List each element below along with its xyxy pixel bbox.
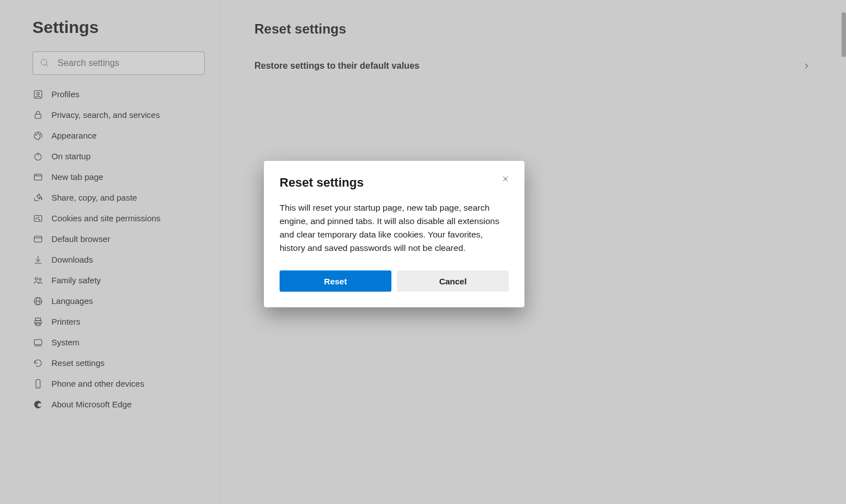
cancel-button[interactable]: Cancel (397, 270, 509, 292)
reset-button[interactable]: Reset (280, 270, 391, 292)
scrollbar-thumb[interactable] (842, 12, 846, 57)
reset-settings-dialog: Reset settings This will reset your star… (264, 161, 524, 307)
dialog-title: Reset settings (280, 175, 363, 190)
dialog-close-button[interactable] (499, 172, 512, 186)
dialog-body: This will reset your startup page, new t… (280, 201, 509, 255)
close-icon (502, 175, 509, 183)
